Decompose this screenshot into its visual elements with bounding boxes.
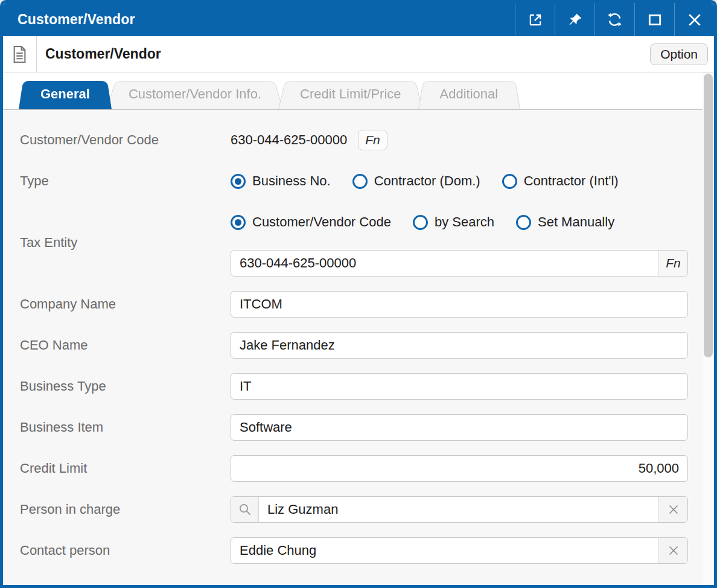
close-button[interactable] (674, 3, 714, 36)
tax-entity-input[interactable] (231, 251, 658, 276)
tax-entity-fn-button[interactable]: Fn (658, 251, 687, 276)
refresh-button[interactable] (594, 3, 634, 36)
ceo-name-input[interactable] (231, 333, 687, 358)
vertical-scrollbar[interactable] (703, 72, 714, 585)
radio-unselected-icon (502, 174, 517, 189)
customer-vendor-window: Customer/Vendor (0, 0, 717, 588)
open-in-new-window-button[interactable] (515, 3, 555, 36)
tax-entity-radio-group: Customer/Vendor Code by Search Set Manua… (231, 209, 688, 235)
person-in-charge-clear-button[interactable] (658, 497, 687, 522)
person-in-charge-search-button[interactable] (231, 497, 259, 522)
business-type-label: Business Type (20, 379, 231, 394)
person-in-charge-label: Person in charge (20, 502, 231, 517)
page-header: Customer/Vendor Option (3, 36, 714, 72)
customer-vendor-code-label: Customer/Vendor Code (20, 132, 231, 148)
company-name-label: Company Name (20, 296, 231, 312)
credit-limit-field (231, 455, 688, 482)
field-row-credit-limit: Credit Limit (20, 455, 688, 482)
contact-person-input[interactable] (231, 538, 658, 563)
close-icon (686, 11, 703, 28)
field-row-ceo-name: CEO Name (20, 332, 688, 359)
contact-person-clear-button[interactable] (658, 538, 687, 563)
person-in-charge-field (231, 496, 688, 523)
field-row-person-in-charge: Person in charge (20, 496, 688, 523)
general-tab-panel: Customer/Vendor Code 630-044-625-00000 F… (3, 110, 714, 585)
field-row-customer-vendor-code: Customer/Vendor Code 630-044-625-00000 F… (20, 127, 688, 153)
radio-selected-icon (231, 174, 246, 189)
credit-limit-input[interactable] (231, 456, 687, 481)
business-item-label: Business Item (20, 420, 231, 435)
company-name-input[interactable] (231, 292, 687, 317)
refresh-icon (607, 11, 623, 28)
page-title: Customer/Vendor (37, 46, 650, 62)
document-icon (12, 45, 27, 63)
tax-entity-label: Tax Entity (20, 235, 231, 251)
scrollbar-thumb[interactable] (704, 74, 713, 357)
radio-selected-icon (231, 215, 246, 230)
titlebar-buttons (515, 3, 714, 36)
field-row-business-item: Business Item (20, 414, 688, 441)
business-item-input[interactable] (231, 415, 687, 440)
pin-icon (567, 12, 583, 28)
customer-vendor-code-fn-button[interactable]: Fn (358, 130, 387, 150)
field-row-company-name: Company Name (20, 291, 688, 318)
field-row-contact-person: Contact person (20, 537, 688, 564)
business-item-field (231, 414, 688, 441)
field-row-business-type: Business Type (20, 373, 688, 400)
tax-entity-radio-customer-vendor-code[interactable]: Customer/Vendor Code (231, 214, 391, 230)
radio-unselected-icon (352, 174, 368, 189)
window-title: Customer/Vendor (3, 11, 515, 28)
tax-entity-radio-set-manually[interactable]: Set Manually (516, 214, 614, 230)
tab-customer-vendor-info[interactable]: Customer/Vendor Info. (107, 78, 283, 109)
type-radio-business-no[interactable]: Business No. (231, 173, 331, 189)
maximize-icon (647, 12, 663, 28)
search-icon (238, 502, 252, 517)
clear-icon (668, 503, 680, 516)
type-radio-group: Business No. Contractor (Dom.) Contracto… (231, 168, 619, 194)
business-type-input[interactable] (231, 374, 687, 399)
customer-vendor-code-value: 630-044-625-00000 (231, 132, 347, 148)
tax-entity-field: Fn (231, 250, 688, 276)
open-in-new-window-icon (527, 12, 543, 28)
tab-additional[interactable]: Additional (418, 78, 520, 109)
type-label: Type (20, 173, 231, 189)
tab-general[interactable]: General (19, 78, 112, 109)
ceo-name-field (231, 332, 688, 359)
ceo-name-label: CEO Name (20, 337, 231, 353)
document-icon-cell (3, 36, 37, 72)
option-button[interactable]: Option (650, 43, 708, 65)
business-type-field (231, 373, 688, 400)
company-name-field (231, 291, 688, 318)
clear-icon (668, 545, 680, 557)
radio-unselected-icon (413, 215, 428, 230)
tab-strip: General Customer/Vendor Info. Credit Lim… (3, 72, 714, 110)
window-titlebar: Customer/Vendor (3, 3, 714, 36)
contact-person-field (231, 537, 688, 564)
person-in-charge-input[interactable] (259, 497, 658, 522)
contact-person-label: Contact person (20, 543, 231, 558)
type-radio-contractor-dom[interactable]: Contractor (Dom.) (352, 173, 480, 189)
field-row-type: Type Business No. Contractor (Dom.) Cont… (20, 168, 688, 194)
type-radio-contractor-intl[interactable]: Contractor (Int'l) (502, 173, 619, 189)
credit-limit-label: Credit Limit (20, 461, 231, 476)
maximize-button[interactable] (634, 3, 674, 36)
field-row-tax-entity: Tax Entity Customer/Vendor Code by Searc… (20, 209, 688, 276)
radio-unselected-icon (516, 215, 531, 230)
tab-credit-limit-price[interactable]: Credit Limit/Price (278, 78, 422, 109)
tax-entity-radio-by-search[interactable]: by Search (413, 214, 494, 230)
pin-button[interactable] (555, 3, 594, 36)
